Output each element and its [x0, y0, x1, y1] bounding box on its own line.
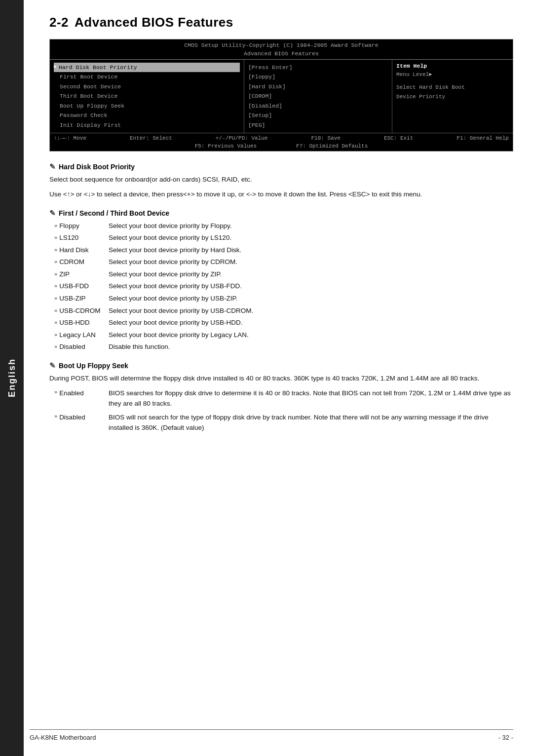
footer-left: GA-K8NE Motherboard — [30, 734, 96, 741]
doc-heading-floppy-seek: ✎ Boot Up Floppy Seek — [49, 361, 513, 370]
doc-para-hard-disk-2: Use <↑> or <↓> to select a device, then … — [49, 189, 513, 200]
bios-header-line1: CMOS Setup Utility-Copyright (C) 1984-20… — [50, 41, 513, 49]
double-arrow-icon: » — [54, 388, 57, 397]
item-name-usbcdrom: »USB-CDROM — [54, 305, 109, 316]
footer-move: ↑↓→←: Move — [54, 135, 86, 141]
bios-item-boot-floppy[interactable]: Boot Up Floppy Seek — [54, 101, 240, 111]
double-arrow-icon: » — [54, 342, 57, 351]
list-item-usbfdd: »USB-FDD Select your boot device priorit… — [54, 281, 513, 292]
bios-item-label: Second Boot Device — [54, 82, 240, 92]
item-name-usbzip: »USB-ZIP — [54, 293, 109, 304]
double-arrow-icon: » — [54, 246, 57, 255]
bios-value-3: [CDROM] — [248, 91, 388, 101]
footer-f5: F5: Previous Values — [195, 143, 257, 149]
main-content: 2-2Advanced BIOS Features CMOS Setup Uti… — [30, 0, 533, 462]
list-item-disabled-floppy: »Disabled BIOS will not search for the t… — [54, 412, 513, 433]
list-item-disabled: »Disabled Disable this function. — [54, 341, 513, 352]
double-arrow-icon: » — [54, 258, 57, 266]
bios-item-password-check[interactable]: Password Check — [54, 111, 240, 120]
item-name-disabled-floppy: »Disabled — [54, 412, 109, 423]
footer-f10: F10: Save — [311, 135, 340, 141]
doc-para-floppy-intro: During POST, BIOS will determine the flo… — [49, 373, 513, 384]
doc-section-boot-device: ✎ First / Second / Third Boot Device »Fl… — [49, 209, 513, 353]
bios-box: CMOS Setup Utility-Copyright (C) 1984-20… — [49, 39, 513, 151]
list-item-enabled: »Enabled BIOS searches for floppy disk d… — [54, 388, 513, 409]
section-number: 2-2 — [49, 15, 69, 30]
item-name-zip: »ZIP — [54, 269, 109, 280]
footer-right: - 32 - — [498, 734, 513, 741]
doc-heading-boot-device: ✎ First / Second / Third Boot Device — [49, 209, 513, 218]
bios-header: CMOS Setup Utility-Copyright (C) 1984-20… — [50, 39, 513, 60]
item-name-disabled: »Disabled — [54, 341, 109, 352]
bios-item-second-boot[interactable]: Second Boot Device — [54, 82, 240, 92]
item-name-harddisk: »Hard Disk — [54, 245, 109, 256]
bios-middle-column: [Press Enter] [Floppy] [Hard Disk] [CDRO… — [244, 60, 392, 133]
item-desc-usbfdd: Select your boot device priority by USB-… — [109, 281, 513, 292]
footer-esc: ESC: Exit — [384, 135, 413, 141]
double-arrow-icon: » — [54, 412, 57, 421]
double-arrow-icon: » — [54, 222, 57, 230]
bios-right-desc2: Device Priority — [396, 92, 509, 102]
footer-f1: F1: General Help — [457, 135, 509, 141]
double-arrow-icon: » — [54, 233, 57, 242]
bios-value-0: [Press Enter] — [248, 63, 388, 73]
item-desc-floppy: Select your boot device priority by Flop… — [109, 221, 513, 231]
doc-heading-hard-disk: ✎ Hard Disk Boot Priority — [49, 162, 513, 171]
item-name-usbhdd: »USB-HDD — [54, 317, 109, 328]
bios-value-6: [PEG] — [248, 120, 388, 130]
bios-value-4: [Disabled] — [248, 101, 388, 111]
item-desc-legacylan: Select your boot device priority by Lega… — [109, 330, 513, 340]
footer-f7: F7: Optimized Defaults — [296, 143, 368, 149]
item-desc-usbhdd: Select your boot device priority by USB-… — [109, 317, 513, 328]
bios-right-desc1: Select Hard Disk Boot — [396, 83, 509, 92]
list-item-usbcdrom: »USB-CDROM Select your boot device prior… — [54, 305, 513, 316]
item-desc-ls120: Select your boot device priority by LS12… — [109, 232, 513, 243]
doc-heading-text: Hard Disk Boot Priority — [59, 163, 135, 171]
bios-value-2: [Hard Disk] — [248, 82, 388, 92]
boot-device-list: »Floppy Select your boot device priority… — [54, 221, 513, 353]
list-item-usbzip: »USB-ZIP Select your boot device priorit… — [54, 293, 513, 304]
item-name-legacylan: »Legacy LAN — [54, 330, 109, 340]
bios-body: ► Hard Disk Boot Priority First Boot Dev… — [50, 60, 513, 133]
footer-value: +/-/PU/PD: Value — [216, 135, 268, 141]
bios-header-line2: Advanced BIOS Features — [50, 49, 513, 58]
bios-item-label: Init Display First — [54, 120, 240, 130]
item-name-ls120: »LS120 — [54, 232, 109, 243]
item-name-usbfdd: »USB-FDD — [54, 281, 109, 292]
item-desc-usbcdrom: Select your boot device priority by USB-… — [109, 305, 513, 316]
bios-footer: ↑↓→←: Move Enter: Select +/-/PU/PD: Valu… — [50, 133, 513, 151]
bios-item-label: First Boot Device — [54, 72, 240, 82]
double-arrow-icon: » — [54, 318, 57, 327]
list-item-zip: »ZIP Select your boot device priority by… — [54, 269, 513, 280]
doc-heading-text-3: Boot Up Floppy Seek — [59, 362, 128, 370]
page-footer: GA-K8NE Motherboard - 32 - — [30, 729, 513, 741]
section-title: Advanced BIOS Features — [75, 15, 233, 30]
bios-item-first-boot[interactable]: First Boot Device — [54, 72, 240, 82]
bios-item-label: Hard Disk Boot Priority — [59, 63, 240, 73]
item-desc-zip: Select your boot device priority by ZIP. — [109, 269, 513, 280]
pencil-icon-2: ✎ — [49, 209, 56, 218]
sidebar: English — [0, 0, 24, 756]
list-item-ls120: »LS120 Select your boot device priority … — [54, 232, 513, 243]
pencil-icon: ✎ — [49, 162, 56, 171]
item-desc-usbzip: Select your boot device priority by USB-… — [109, 293, 513, 304]
doc-heading-text-2: First / Second / Third Boot Device — [59, 209, 169, 217]
pencil-icon-3: ✎ — [49, 361, 56, 370]
bios-footer-row1: ↑↓→←: Move Enter: Select +/-/PU/PD: Valu… — [54, 135, 509, 141]
item-name-floppy: »Floppy — [54, 221, 109, 231]
bios-menu-level: Menu Level► — [396, 70, 509, 79]
bios-value-5: [Setup] — [248, 111, 388, 120]
bios-item-init-display[interactable]: Init Display First — [54, 120, 240, 130]
bios-item-third-boot[interactable]: Third Boot Device — [54, 91, 240, 101]
list-item-harddisk: »Hard Disk Select your boot device prior… — [54, 245, 513, 256]
bios-item-label: Boot Up Floppy Seek — [54, 101, 240, 111]
list-item-legacylan: »Legacy LAN Select your boot device prio… — [54, 330, 513, 340]
item-desc-enabled: BIOS searches for floppy disk drive to d… — [109, 388, 513, 409]
bios-item-hard-disk-boot-priority[interactable]: ► Hard Disk Boot Priority — [54, 63, 240, 73]
bios-item-arrow: ► — [54, 63, 57, 71]
floppy-seek-list: »Enabled BIOS searches for floppy disk d… — [54, 388, 513, 433]
item-name-enabled: »Enabled — [54, 388, 109, 399]
item-desc-disabled-floppy: BIOS will not search for the type of flo… — [109, 412, 513, 433]
double-arrow-icon: » — [54, 294, 57, 303]
bios-item-label: Third Boot Device — [54, 91, 240, 101]
